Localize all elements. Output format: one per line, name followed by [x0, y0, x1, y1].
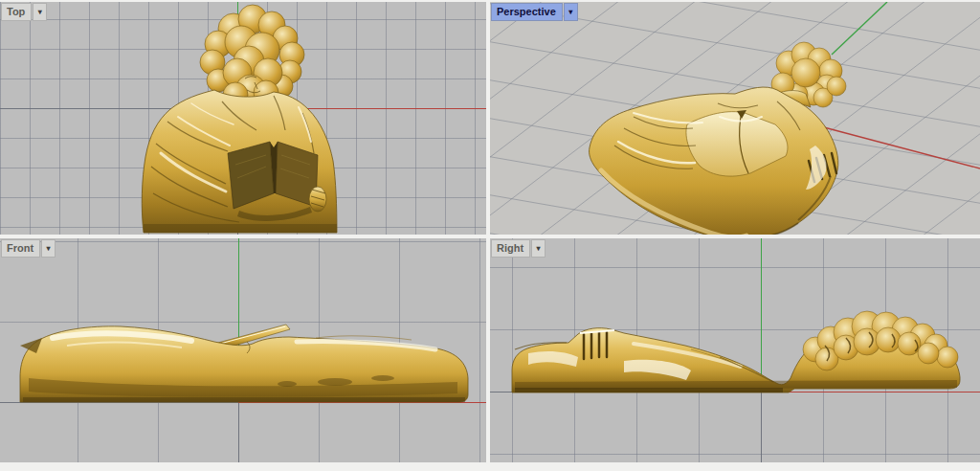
viewport-tab-right[interactable]: Right ▾ — [491, 239, 546, 258]
viewport-top[interactable]: Top ▾ — [0, 2, 486, 235]
viewport-tab-label[interactable]: Top — [1, 3, 32, 21]
viewport-tab-label[interactable]: Right — [491, 239, 530, 258]
chevron-down-icon[interactable]: ▾ — [564, 3, 578, 21]
viewport-tab-label[interactable]: Front — [1, 239, 40, 258]
chevron-down-icon[interactable]: ▾ — [531, 239, 546, 258]
viewport-right[interactable]: Right ▾ — [490, 238, 980, 462]
chevron-down-icon[interactable]: ▾ — [33, 3, 47, 21]
viewport-grid: Top ▾ — [0, 0, 980, 471]
viewport-perspective[interactable]: Perspective ▾ — [490, 2, 980, 235]
statue-front-view — [0, 238, 486, 462]
viewport-tab-perspective[interactable]: Perspective ▾ — [491, 3, 578, 21]
statue-top-view — [0, 2, 486, 235]
statue-right-view — [490, 238, 980, 462]
viewport-tab-label[interactable]: Perspective — [491, 3, 563, 21]
statue-perspective-view — [490, 2, 980, 235]
viewport-tab-front[interactable]: Front ▾ — [1, 239, 56, 258]
viewport-front[interactable]: Front ▾ — [0, 238, 486, 462]
chevron-down-icon[interactable]: ▾ — [41, 239, 56, 258]
viewport-tab-top[interactable]: Top ▾ — [1, 3, 47, 21]
